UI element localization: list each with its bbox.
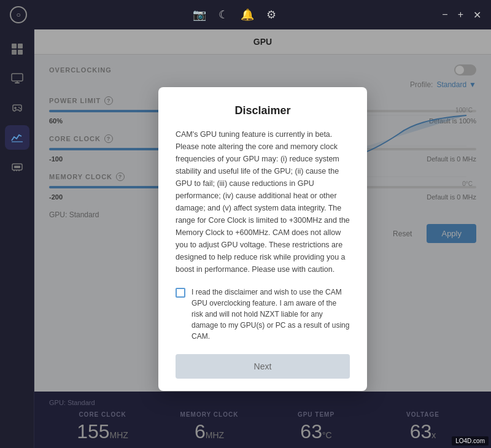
app-logo: ○ — [10, 6, 27, 23]
close-button[interactable]: ✕ — [473, 9, 481, 21]
svg-rect-4 — [12, 74, 23, 81]
svg-rect-1 — [18, 44, 23, 48]
svg-rect-0 — [12, 44, 17, 48]
title-bar: ○ 📷 ☾ 🔔 ⚙ − + ✕ — [0, 0, 491, 29]
disclaimer-modal: Disclaimer CAM's GPU tuning feature is c… — [158, 87, 367, 391]
modal-title: Disclaimer — [176, 104, 350, 117]
sidebar-item-gamepad[interactable] — [5, 96, 29, 120]
svg-rect-5 — [15, 82, 20, 83]
minimize-button[interactable]: − — [442, 9, 447, 20]
svg-rect-3 — [18, 50, 23, 55]
maximize-button[interactable]: + — [458, 9, 463, 20]
svg-rect-2 — [12, 50, 17, 55]
modal-body: CAM's GPU tuning feature is currently in… — [176, 128, 350, 276]
sidebar-item-display[interactable] — [5, 66, 29, 91]
svg-point-9 — [18, 107, 20, 108]
modal-checkbox-row: I read the disclaimer and wish to use th… — [176, 287, 350, 342]
svg-rect-13 — [14, 166, 20, 168]
sidebar-item-gpu[interactable] — [5, 155, 29, 179]
watermark: LO4D.com — [452, 436, 489, 446]
sidebar — [0, 29, 34, 448]
disclaimer-checkbox[interactable] — [176, 288, 185, 298]
settings-icon[interactable]: ⚙ — [266, 8, 276, 21]
sidebar-item-dashboard[interactable] — [5, 37, 29, 61]
modal-checkbox-text: I read the disclaimer and wish to use th… — [191, 287, 350, 342]
main-layout: GPU OVERCLOCKING Profile: Standard ▼ POW… — [0, 29, 491, 448]
content-area: GPU OVERCLOCKING Profile: Standard ▼ POW… — [34, 29, 491, 448]
camera-icon[interactable]: 📷 — [193, 8, 206, 21]
next-button[interactable]: Next — [176, 354, 350, 379]
modal-overlay: Disclaimer CAM's GPU tuning feature is c… — [34, 29, 491, 448]
svg-point-10 — [20, 108, 21, 109]
title-bar-left: ○ — [10, 6, 27, 23]
title-bar-icons: 📷 ☾ 🔔 ⚙ — [193, 8, 276, 21]
sidebar-item-performance[interactable] — [5, 125, 29, 150]
bell-icon[interactable]: 🔔 — [241, 8, 254, 21]
title-bar-controls: − + ✕ — [442, 9, 481, 21]
moon-icon[interactable]: ☾ — [218, 8, 228, 21]
